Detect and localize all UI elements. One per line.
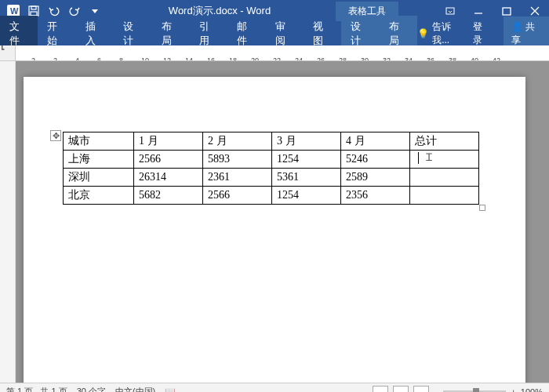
print-layout-icon[interactable] bbox=[393, 386, 409, 393]
table-row[interactable]: 上海 2566 5893 1254 5246 Ꮖ bbox=[64, 151, 479, 169]
web-layout-icon[interactable] bbox=[413, 386, 429, 393]
vertical-ruler[interactable] bbox=[0, 61, 16, 383]
table-row[interactable]: 北京 5682 2566 1254 2356 bbox=[64, 187, 479, 205]
text-cursor-icon bbox=[418, 152, 419, 164]
header-cell[interactable]: 2 月 bbox=[203, 132, 272, 151]
ibeam-cursor-icon: Ꮖ bbox=[426, 151, 433, 164]
table-cell[interactable] bbox=[410, 169, 479, 187]
statusbar: 第 1 页 , 共 1 页 30 个字 中文(中国) 📖 − + 100% bbox=[0, 383, 549, 392]
table-cell[interactable]: 1254 bbox=[272, 187, 341, 205]
page-info[interactable]: 第 1 页 , 共 1 页 bbox=[6, 386, 67, 392]
svg-rect-5 bbox=[446, 8, 454, 14]
table-move-handle-icon[interactable]: ✥ bbox=[50, 130, 61, 141]
table-cell-active[interactable]: Ꮖ bbox=[410, 151, 479, 169]
table-resize-handle-icon[interactable] bbox=[479, 205, 485, 211]
header-cell[interactable]: 4 月 bbox=[341, 132, 410, 151]
login-button[interactable]: 登录 bbox=[473, 20, 490, 47]
header-cell[interactable]: 3 月 bbox=[272, 132, 341, 151]
table-row[interactable]: 深圳 26314 2361 5361 2589 bbox=[64, 169, 479, 187]
share-icon: 👤 bbox=[511, 21, 523, 32]
table-cell[interactable]: 2566 bbox=[134, 151, 203, 169]
svg-text:W: W bbox=[10, 6, 19, 16]
table-cell[interactable]: 5361 bbox=[272, 169, 341, 187]
proofing-icon[interactable]: 📖 bbox=[165, 387, 176, 392]
zoom-thumb[interactable] bbox=[473, 388, 479, 393]
table-cell[interactable]: 5893 bbox=[203, 151, 272, 169]
language-status[interactable]: 中文(中国) bbox=[115, 386, 155, 392]
table-cell[interactable]: 北京 bbox=[64, 187, 134, 205]
word-count[interactable]: 30 个字 bbox=[77, 386, 106, 392]
table-cell[interactable]: 2589 bbox=[341, 169, 410, 187]
table-cell[interactable] bbox=[410, 187, 479, 205]
lightbulb-icon: 💡 bbox=[417, 28, 429, 39]
tell-me-label[interactable]: 告诉我... bbox=[432, 20, 464, 47]
table-cell[interactable]: 1254 bbox=[272, 151, 341, 169]
header-cell[interactable]: 总计 bbox=[410, 132, 479, 151]
zoom-in-icon[interactable]: + bbox=[511, 387, 515, 393]
header-cell[interactable]: 城市 bbox=[64, 132, 134, 151]
table-cell[interactable]: 深圳 bbox=[64, 169, 134, 187]
ruler-corner: ┗ bbox=[0, 45, 16, 61]
zoom-level[interactable]: 100% bbox=[521, 387, 543, 393]
table-cell[interactable]: 26314 bbox=[134, 169, 203, 187]
header-cell[interactable]: 1 月 bbox=[134, 132, 203, 151]
read-mode-icon[interactable] bbox=[373, 386, 388, 393]
table-cell[interactable]: 5246 bbox=[341, 151, 410, 169]
data-table[interactable]: 城市 1 月 2 月 3 月 4 月 总计 上海 2566 5893 1254 … bbox=[63, 132, 479, 205]
document-area: ✥ 城市 1 月 2 月 3 月 4 月 总计 上海 2566 5893 bbox=[0, 61, 549, 383]
ribbon-tabs: 文件 开始 插入 设计 布局 引用 邮件 审阅 视图 设计 布局 💡 告诉我..… bbox=[0, 22, 549, 45]
page-viewport[interactable]: ✥ 城市 1 月 2 月 3 月 4 月 总计 上海 2566 5893 bbox=[16, 61, 549, 383]
table-cell[interactable]: 2361 bbox=[203, 169, 272, 187]
svg-rect-7 bbox=[503, 8, 511, 15]
table-cell[interactable]: 5682 bbox=[134, 187, 203, 205]
table-cell[interactable]: 2566 bbox=[203, 187, 272, 205]
table-cell[interactable]: 上海 bbox=[64, 151, 134, 169]
horizontal-ruler[interactable]: ┗ 22468101214161820222426283032343638404… bbox=[0, 45, 549, 61]
svg-rect-3 bbox=[31, 6, 36, 9]
document-page[interactable]: ✥ 城市 1 月 2 月 3 月 4 月 总计 上海 2566 5893 bbox=[24, 77, 525, 383]
table-cell[interactable]: 2356 bbox=[341, 187, 410, 205]
table-header-row[interactable]: 城市 1 月 2 月 3 月 4 月 总计 bbox=[64, 132, 479, 151]
zoom-out-icon[interactable]: − bbox=[434, 387, 438, 393]
